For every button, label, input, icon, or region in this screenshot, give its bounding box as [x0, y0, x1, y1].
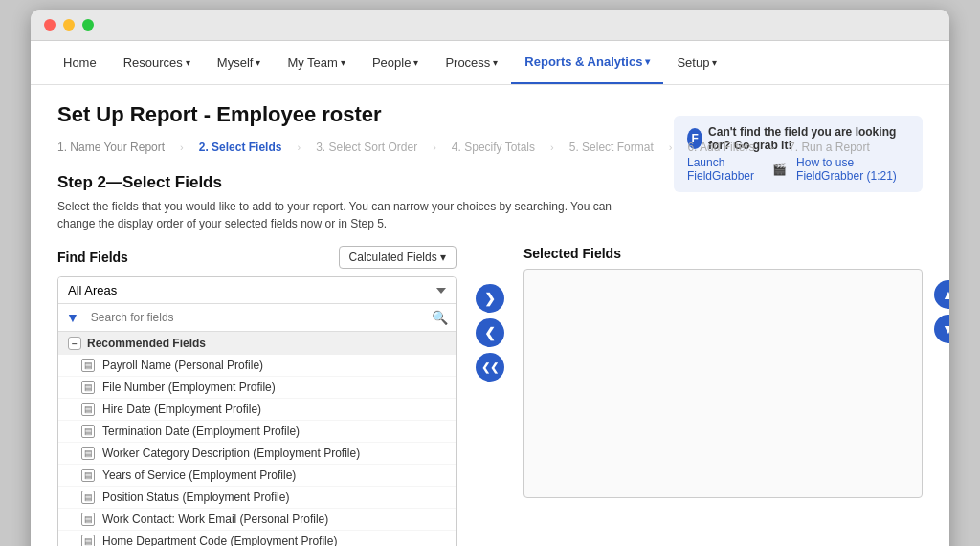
maximize-dot[interactable] — [82, 19, 94, 31]
nav-resources[interactable]: Resources ▾ — [110, 42, 204, 83]
field-item-7[interactable]: ▤ Work Contact: Work Email (Personal Pro… — [58, 509, 456, 531]
close-dot[interactable] — [44, 19, 56, 31]
step-6[interactable]: 6. Add Filters — [687, 141, 769, 154]
field-item-2[interactable]: ▤ Hire Date (Employment Profile) — [58, 399, 456, 421]
search-row: ▼ 🔍 — [58, 304, 456, 332]
process-caret: ▾ — [493, 57, 498, 68]
transfer-arrows: ❯ ❮ ❮❮ — [466, 246, 514, 546]
myself-caret: ▾ — [256, 57, 260, 68]
group-label: Recommended Fields — [87, 337, 206, 350]
steps-bar: 1. Name Your Report › 2. Select Fields ›… — [57, 141, 923, 154]
nav-myself[interactable]: Myself ▾ — [204, 42, 275, 83]
step-5[interactable]: 5. Select Format — [569, 141, 669, 154]
step-1[interactable]: 1. Name Your Report — [57, 141, 180, 154]
up-down-arrows: ▲ ▼ — [934, 280, 949, 343]
double-left-arrow-icon: ❮❮ — [481, 361, 499, 374]
add-field-button[interactable]: ❯ — [476, 284, 504, 313]
main-content: Home Resources ▾ Myself ▾ My Team ▾ Peop… — [31, 41, 949, 546]
field-doc-icon: ▤ — [81, 381, 95, 394]
field-item-6[interactable]: ▤ Position Status (Employment Profile) — [58, 487, 456, 509]
people-caret: ▾ — [413, 57, 418, 68]
page-content: Set Up Report - Employee roster 1. Name … — [31, 85, 949, 546]
app-window: Home Resources ▾ Myself ▾ My Team ▾ Peop… — [31, 10, 949, 546]
search-input[interactable] — [87, 305, 424, 330]
find-fields-title: Find Fields — [57, 250, 128, 265]
titlebar — [31, 10, 949, 41]
field-doc-icon: ▤ — [81, 513, 95, 526]
move-up-button[interactable]: ▲ — [934, 280, 949, 309]
filter-button[interactable]: ▼ — [58, 304, 87, 331]
reports-caret: ▾ — [645, 56, 650, 67]
remove-all-fields-button[interactable]: ❮❮ — [476, 353, 504, 382]
field-item-1[interactable]: ▤ File Number (Employment Profile) — [58, 377, 456, 399]
field-item-8[interactable]: ▤ Home Department Code (Employment Profi… — [58, 531, 456, 546]
calculated-fields-button[interactable]: Calculated Fields ▾ — [339, 246, 457, 269]
field-doc-icon: ▤ — [81, 425, 95, 438]
area-dropdown[interactable]: All Areas — [58, 277, 456, 304]
field-doc-icon: ▤ — [81, 403, 95, 416]
launch-fieldgrabber-link[interactable]: Launch FieldGrabber — [687, 156, 763, 183]
nav-people[interactable]: People ▾ — [359, 42, 432, 83]
field-doc-icon: ▤ — [81, 447, 95, 460]
navbar: Home Resources ▾ Myself ▾ My Team ▾ Peop… — [31, 41, 949, 85]
field-doc-icon: ▤ — [81, 469, 95, 482]
main-area: Find Fields Calculated Fields ▾ All Area… — [57, 246, 923, 546]
field-item-0[interactable]: ▤ Payroll Name (Personal Profile) — [58, 355, 456, 377]
search-icon: 🔍 — [432, 310, 448, 325]
left-arrow-icon: ❮ — [484, 325, 496, 340]
nav-myteam[interactable]: My Team ▾ — [274, 42, 359, 83]
field-group-recommended: − Recommended Fields — [58, 332, 456, 355]
section-desc: Select the fields that you would like to… — [57, 198, 651, 232]
up-arrow-icon: ▲ — [942, 287, 949, 302]
field-item-3[interactable]: ▤ Termination Date (Employment Profile) — [58, 421, 456, 443]
selected-fields-box — [523, 269, 923, 498]
step-7[interactable]: 7. Run a Report — [789, 141, 885, 154]
nav-reports[interactable]: Reports & Analytics ▾ — [511, 41, 663, 84]
find-fields-header: Find Fields Calculated Fields ▾ — [57, 246, 457, 269]
nav-home[interactable]: Home — [50, 42, 110, 83]
search-button[interactable]: 🔍 — [424, 304, 456, 331]
fields-box: All Areas ▼ 🔍 — [57, 276, 457, 546]
right-arrow-icon: ❯ — [484, 291, 496, 306]
field-item-4[interactable]: ▤ Worker Category Description (Employmen… — [58, 443, 456, 465]
move-down-button[interactable]: ▼ — [934, 315, 949, 343]
down-arrow-icon: ▼ — [942, 321, 949, 337]
step-2[interactable]: 2. Select Fields — [199, 141, 298, 154]
step-3[interactable]: 3. Select Sort Order — [316, 141, 433, 154]
find-fields-panel: Find Fields Calculated Fields ▾ All Area… — [57, 246, 457, 546]
info-box: F Can't find the field you are looking f… — [674, 116, 923, 192]
fields-list: − Recommended Fields ▤ Payroll Name (Per… — [58, 332, 456, 546]
field-doc-icon: ▤ — [81, 491, 95, 504]
field-doc-icon: ▤ — [81, 535, 95, 546]
field-doc-icon: ▤ — [81, 359, 95, 372]
myteam-caret: ▾ — [341, 57, 345, 68]
setup-caret: ▾ — [712, 57, 717, 68]
selected-fields-title: Selected Fields — [523, 246, 923, 261]
nav-process[interactable]: Process ▾ — [432, 42, 511, 83]
selected-fields-panel: Selected Fields ▲ ▼ — [523, 246, 923, 546]
how-to-fieldgrabber-link[interactable]: How to use FieldGrabber (1:21) — [796, 156, 909, 183]
remove-field-button[interactable]: ❮ — [476, 318, 504, 347]
resources-caret: ▾ — [186, 57, 190, 68]
field-item-5[interactable]: ▤ Years of Service (Employment Profile) — [58, 465, 456, 487]
nav-setup[interactable]: Setup ▾ — [663, 42, 730, 83]
video-icon: 🎬 — [772, 163, 787, 176]
step-4[interactable]: 4. Specify Totals — [452, 141, 550, 154]
group-toggle-icon[interactable]: − — [68, 337, 81, 350]
minimize-dot[interactable] — [63, 19, 75, 31]
filter-icon: ▼ — [66, 310, 79, 325]
